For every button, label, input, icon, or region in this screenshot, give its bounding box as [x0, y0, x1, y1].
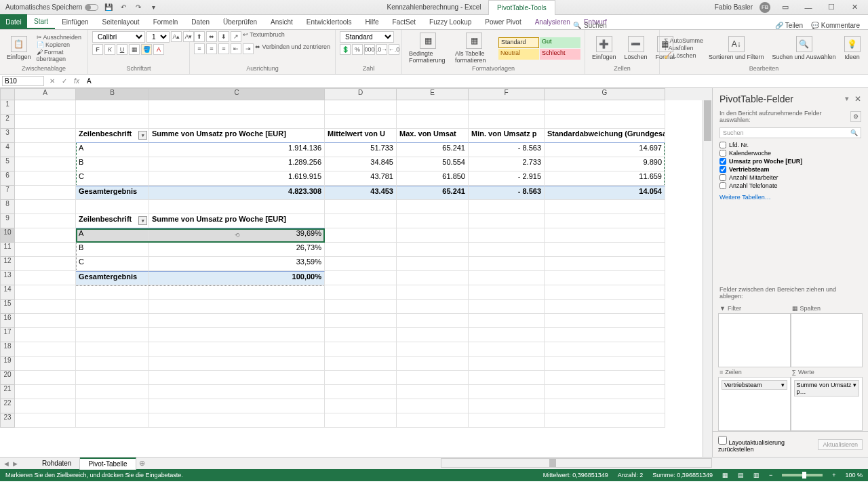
cell[interactable]: 43.453	[325, 186, 397, 200]
cell[interactable]	[545, 257, 665, 271]
orientation-icon[interactable]: ↗	[231, 31, 241, 42]
find-select-button[interactable]: 🔍Suchen und Auswählen	[770, 35, 839, 62]
tab-daten[interactable]: Daten	[184, 14, 216, 29]
cell[interactable]: C	[76, 171, 149, 186]
cell[interactable]: 26,73%	[149, 243, 325, 257]
cell[interactable]	[325, 228, 397, 243]
cell[interactable]	[15, 228, 76, 243]
row-header-19[interactable]: 19	[0, 357, 15, 371]
cell[interactable]	[469, 200, 545, 214]
row-header-16[interactable]: 16	[0, 314, 15, 328]
tab-entwicklertools[interactable]: Entwicklertools	[300, 14, 359, 29]
indent-increase-icon[interactable]: ⇥	[243, 43, 254, 54]
cell[interactable]	[469, 342, 545, 357]
cell[interactable]	[397, 413, 469, 428]
cell[interactable]	[325, 399, 397, 413]
row-header-15[interactable]: 15	[0, 300, 15, 314]
cell[interactable]	[469, 328, 545, 342]
cell[interactable]: Max. von Umsat	[397, 129, 469, 143]
align-center-icon[interactable]: ≡	[206, 43, 217, 54]
cell[interactable]	[15, 143, 76, 157]
cell[interactable]	[76, 314, 149, 328]
cell[interactable]: 50.554	[397, 157, 469, 171]
comma-icon[interactable]: 000	[364, 44, 375, 55]
col-header-D[interactable]: D	[325, 88, 397, 100]
merge-button[interactable]: ⬌ Verbinden und zentrieren	[255, 43, 330, 54]
cell[interactable]: Gesamtergebnis	[76, 271, 149, 285]
cell[interactable]	[76, 100, 149, 115]
cell[interactable]	[15, 328, 76, 342]
field-checkbox[interactable]	[719, 182, 726, 189]
cell[interactable]	[325, 328, 397, 342]
rows-item[interactable]: Vertriebsteam▾	[722, 380, 787, 390]
row-header-3[interactable]: 3	[0, 129, 15, 143]
gear-icon[interactable]: ⚙	[850, 111, 861, 122]
share-button[interactable]: 🔗 Teilen	[775, 22, 803, 29]
cell[interactable]	[397, 100, 469, 115]
cell[interactable]	[545, 342, 665, 357]
cell[interactable]: 34.845	[325, 157, 397, 171]
sheet-tab-pivot[interactable]: Pivot-Tabelle	[80, 458, 136, 470]
cell[interactable]: 65.241	[397, 186, 469, 200]
cell[interactable]	[149, 200, 325, 214]
cell[interactable]	[325, 371, 397, 385]
cell[interactable]	[15, 200, 76, 214]
cell[interactable]: Zeilenbeschrift▾	[76, 129, 149, 143]
cell[interactable]	[149, 357, 325, 371]
cell[interactable]	[397, 385, 469, 399]
insert-cells-button[interactable]: ➕Einfügen	[589, 35, 619, 62]
avatar[interactable]: FB	[760, 2, 770, 13]
cell[interactable]	[545, 314, 665, 328]
cell[interactable]	[76, 300, 149, 314]
cell[interactable]	[469, 285, 545, 300]
cell[interactable]	[15, 115, 76, 129]
row-header-11[interactable]: 11	[0, 243, 15, 257]
cell[interactable]: 61.850	[397, 171, 469, 186]
redo-icon[interactable]: ↷	[134, 3, 143, 12]
cell[interactable]	[325, 385, 397, 399]
cell[interactable]	[545, 214, 665, 228]
row-header-5[interactable]: 5	[0, 157, 15, 171]
undo-icon[interactable]: ↶	[119, 3, 128, 12]
cell[interactable]	[397, 328, 469, 342]
cell[interactable]	[469, 385, 545, 399]
cell[interactable]	[325, 300, 397, 314]
cell[interactable]	[397, 342, 469, 357]
zoom-level[interactable]: 100 %	[845, 472, 863, 479]
field-checkbox[interactable]	[719, 150, 726, 157]
tab-hilfe[interactable]: Hilfe	[359, 14, 386, 29]
row-header-9[interactable]: 9	[0, 214, 15, 228]
cell[interactable]	[545, 328, 665, 342]
row-header-6[interactable]: 6	[0, 171, 15, 186]
field-checkbox[interactable]	[719, 158, 726, 165]
user-name[interactable]: Fabio Basler	[715, 3, 753, 11]
more-tables-link[interactable]: Weitere Tabellen…	[713, 191, 868, 203]
cell[interactable]: 43.781	[325, 171, 397, 186]
zoom-in-icon[interactable]: +	[832, 472, 835, 479]
tab-formeln[interactable]: Formeln	[146, 14, 185, 29]
field-item[interactable]: Lfd. Nr.	[719, 141, 861, 149]
cell[interactable]	[545, 115, 665, 129]
ideas-button[interactable]: 💡Ideen	[842, 35, 863, 62]
cell[interactable]	[149, 100, 325, 115]
name-box[interactable]	[2, 76, 44, 86]
font-color-button[interactable]: A	[153, 44, 164, 55]
add-sheet-icon[interactable]: ⊕	[136, 459, 149, 468]
update-button[interactable]: Aktualisieren	[818, 439, 863, 450]
cell[interactable]: Zeilenbeschrift▾	[76, 214, 149, 228]
cell[interactable]	[469, 271, 545, 285]
cell[interactable]	[15, 100, 76, 115]
cell[interactable]	[325, 357, 397, 371]
tab-seitenlayout[interactable]: Seitenlayout	[96, 14, 146, 29]
wrap-text-button[interactable]: ↩ Textumbruch	[243, 31, 285, 42]
customize-qat-icon[interactable]: ▾	[149, 3, 158, 12]
cut-button[interactable]: ✂ Ausschneiden	[37, 34, 83, 41]
indent-decrease-icon[interactable]: ⇤	[231, 43, 241, 54]
autosum-button[interactable]: ∑ AutoSumme	[664, 37, 703, 44]
cell[interactable]	[325, 100, 397, 115]
cell[interactable]	[15, 171, 76, 186]
spreadsheet-grid[interactable]: A B C D E F G 12345678910111213141516171…	[0, 88, 712, 457]
cell[interactable]	[15, 157, 76, 171]
select-all-corner[interactable]	[0, 88, 15, 100]
cell[interactable]: 14.054	[545, 186, 665, 200]
